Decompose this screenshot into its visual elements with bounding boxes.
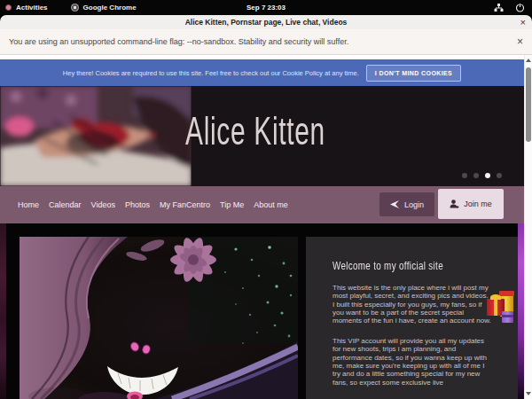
flag-warning-bar: You are using an unsupported command-lin…	[0, 29, 532, 55]
gnome-top-bar: Activities Google Chrome Sep 7 23:03	[0, 0, 532, 15]
window-title-bar: Alice Kitten, Pornstar page, Live chat, …	[0, 15, 532, 29]
carousel-dot-active[interactable]	[485, 173, 490, 178]
main-content: Welcome to my official site This website…	[0, 223, 524, 399]
nav-item-tip-me[interactable]: Tip Me	[220, 200, 244, 209]
login-label: Login	[404, 200, 424, 209]
carousel-dot[interactable]	[497, 173, 502, 178]
welcome-paragraph-1: This website is the only place where i w…	[332, 284, 492, 325]
flag-warning-close-icon[interactable]: ×	[517, 35, 523, 48]
join-label: Join me	[464, 200, 492, 208]
site-header: Alice Kitten	[0, 86, 524, 186]
nav-item-calendar[interactable]: Calendar	[49, 200, 82, 209]
gift-purple-shape	[502, 311, 513, 323]
page-scrollbar[interactable]	[524, 55, 532, 399]
send-icon	[390, 200, 400, 208]
cookie-message: Hey there! Cookies are required to use t…	[63, 69, 359, 77]
scrollbar-up-arrow-icon[interactable]	[526, 59, 531, 62]
flag-warning-text: You are using an unsupported command-lin…	[9, 37, 348, 46]
site-title: Alice Kitten	[185, 109, 325, 153]
main-nav: Home Calendar Videos Photos My FanCentro…	[0, 186, 524, 223]
page-background-strip-left	[0, 223, 6, 399]
power-icon[interactable]	[515, 3, 525, 12]
scrollbar-down-arrow-icon[interactable]	[526, 392, 531, 395]
welcome-paragraph-2: This VIP account will provide you all my…	[332, 337, 492, 387]
add-user-icon	[450, 200, 459, 208]
nav-item-my-fancentro[interactable]: My FanCentro	[160, 200, 210, 209]
scrollbar-thumb[interactable]	[526, 67, 531, 142]
carousel-dots	[462, 173, 502, 178]
cheshire-cat-image[interactable]	[20, 237, 298, 399]
accept-cookies-button[interactable]: I DON'T MIND COOKIES	[366, 65, 461, 82]
join-button[interactable]: Join me	[438, 189, 504, 219]
carousel-dot[interactable]	[462, 173, 467, 178]
clock[interactable]: Sep 7 23:03	[0, 4, 532, 12]
welcome-heading: Welcome to my official site	[332, 260, 464, 272]
nav-item-about-me[interactable]: About me	[254, 200, 288, 209]
cookie-notice-bar: Hey there! Cookies are required to use t…	[0, 59, 524, 86]
page-background-strip-right	[518, 223, 524, 399]
hero-photo	[0, 86, 192, 186]
desktop-screen: Activities Google Chrome Sep 7 23:03 Ali…	[0, 0, 532, 399]
browser-viewport: Hey there! Cookies are required to use t…	[0, 55, 532, 399]
window-title: Alice Kitten, Pornstar page, Live chat, …	[185, 18, 348, 27]
nav-item-videos[interactable]: Videos	[91, 200, 115, 209]
carousel-dot[interactable]	[473, 173, 479, 178]
window-close-icon[interactable]: ×	[520, 15, 526, 29]
login-button[interactable]: Login	[379, 192, 434, 216]
network-icon[interactable]	[494, 3, 504, 12]
nav-item-home[interactable]: Home	[18, 200, 39, 209]
gift-boxes-icon[interactable]	[487, 288, 518, 327]
nav-item-photos[interactable]: Photos	[125, 200, 150, 209]
